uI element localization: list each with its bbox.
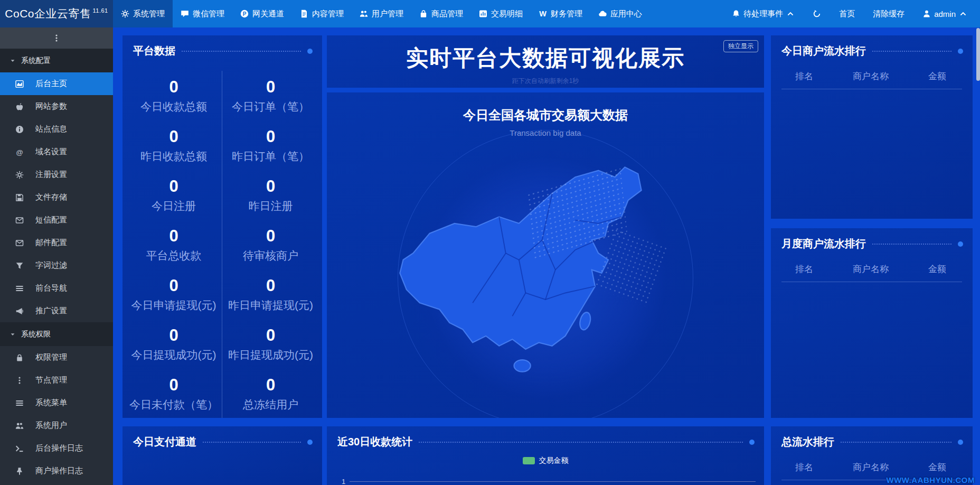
gear-icon	[15, 171, 24, 179]
sidebar-item-site-info[interactable]: 站点信息	[0, 118, 113, 141]
sidebar-item-label: 邮件配置	[35, 238, 67, 248]
nav-label: 微信管理	[193, 9, 224, 19]
col-rank: 排名	[795, 263, 813, 275]
gear-icon	[121, 10, 129, 18]
refresh-countdown: 距下次自动刷新剩余1秒	[327, 77, 764, 86]
sidebar-item-label: 文件存储	[35, 192, 67, 202]
stat-label: 待审核商户	[243, 248, 298, 263]
stat-yesterday-withdraw-success: 0昨日提现成功(元)	[222, 319, 319, 369]
map-subtitle: Transaction big data	[327, 128, 764, 137]
nav-app-center[interactable]: 应用中心	[590, 0, 650, 27]
filter-icon	[15, 262, 24, 270]
stat-today-withdraw-success: 0今日提现成功(元)	[126, 319, 222, 369]
stat-value: 0	[169, 276, 178, 295]
sidebar-item-site-params[interactable]: 网站参数	[0, 95, 113, 118]
sidebar-section-system-permissions[interactable]: 系统权限	[0, 322, 113, 346]
sidebar-item-file-storage[interactable]: 文件存储	[0, 186, 113, 209]
platform-data-panel: 平台数据 0今日收款总额 0今日订单（笔） 0昨日收款总额 0昨日订单（笔） 0…	[123, 35, 322, 418]
wechat-icon	[181, 10, 189, 18]
section-title: 系统配置	[21, 56, 51, 66]
refresh-button[interactable]	[813, 10, 821, 18]
sidebar-item-word-filter[interactable]: 字词过滤	[0, 254, 113, 277]
sidebar-item-promo-settings[interactable]: 推广设置	[0, 300, 113, 322]
nav-transaction-detail[interactable]: 交易明细	[471, 0, 531, 27]
sidebar-item-sms-config[interactable]: 短信配置	[0, 209, 113, 231]
user-dropdown[interactable]: admin	[922, 10, 967, 18]
panel-title-row: 总流水排行	[771, 426, 973, 454]
sidebar-item-domain-settings[interactable]: 域名设置	[0, 141, 113, 163]
megaphone-icon	[15, 307, 24, 315]
sidebar-item-merchant-logs[interactable]: 商户操作日志	[0, 460, 113, 482]
sidebar-item-permission-management[interactable]: 权限管理	[0, 346, 113, 369]
dotted-line	[872, 244, 951, 245]
sidebar-item-register-settings[interactable]: 注册设置	[0, 163, 113, 186]
home-link[interactable]: 首页	[839, 9, 855, 19]
sidebar-item-system-menu[interactable]: 系统菜单	[0, 391, 113, 414]
users-icon	[15, 422, 24, 430]
standalone-display-button[interactable]: 独立显示	[723, 40, 758, 52]
nav-gateway-channel[interactable]: 网关通道	[232, 0, 292, 27]
dot-accent	[958, 49, 963, 54]
sidebar-item-front-nav[interactable]: 前台导航	[0, 277, 113, 300]
nav-label: 系统管理	[133, 9, 165, 19]
panel-title: 总流水排行	[781, 435, 834, 449]
sidebar-item-backend-home[interactable]: 后台主页	[0, 72, 113, 95]
panel-title: 近30日收款统计	[337, 435, 412, 449]
clear-cache-button[interactable]: 清除缓存	[873, 9, 904, 19]
envelope-icon	[15, 216, 24, 225]
stat-today-register: 0今日注册	[126, 170, 222, 220]
income-30d-chart-panel: 近30日收款统计 交易金额 1	[327, 426, 764, 485]
stat-value: 0	[266, 326, 275, 345]
chart-legend[interactable]: 交易金额	[327, 456, 764, 465]
sidebar-section-system-config[interactable]: 系统配置	[0, 49, 113, 72]
stat-today-withdraw-request: 0今日申请提现(元)	[126, 269, 222, 319]
nav-label: 财务管理	[551, 9, 582, 19]
panel-title-row: 今日商户流水排行	[771, 35, 973, 63]
sidebar-item-label: 商户操作日志	[35, 466, 83, 476]
dot-accent	[958, 440, 963, 445]
sidebar-item-email-config[interactable]: 邮件配置	[0, 231, 113, 254]
dot-accent	[307, 49, 313, 54]
sidebar: 系统配置 后台主页 网站参数 站点信息 域名设置 注册设置 文件存储 短信配置	[0, 27, 113, 485]
vertical-dots-icon	[15, 376, 24, 385]
stat-label: 昨日提现成功(元)	[228, 348, 313, 362]
sidebar-item-system-users[interactable]: 系统用户	[0, 414, 113, 437]
nav-label: 应用中心	[610, 9, 642, 19]
sidebar-item-label: 系统用户	[35, 421, 67, 431]
pending-events-dropdown[interactable]: 待处理事件	[732, 9, 795, 19]
envelope-icon	[15, 239, 24, 247]
section-title: 系统权限	[21, 330, 51, 339]
chevron-up-icon	[959, 10, 967, 18]
panel-title-row: 平台数据	[123, 35, 322, 63]
sidebar-item-label: 字词过滤	[35, 260, 67, 271]
sidebar-item-backend-logs[interactable]: 后台操作日志	[0, 437, 113, 460]
list-icon	[15, 284, 24, 293]
nav-label: 用户管理	[372, 9, 403, 19]
stat-label: 今日收款总额	[140, 99, 207, 114]
payment-channel-panel: 今日支付通道	[123, 426, 322, 485]
nav-user-management[interactable]: 用户管理	[352, 0, 411, 27]
nav-system-management[interactable]: 系统管理	[113, 0, 173, 27]
panel-title-row: 近30日收款统计	[327, 426, 764, 454]
scrollbar-thumb[interactable]	[976, 28, 980, 81]
nav-wechat-management[interactable]: 微信管理	[173, 0, 232, 27]
nav-product-management[interactable]: 商品管理	[411, 0, 471, 27]
stat-value: 0	[266, 376, 275, 395]
nav-finance-management[interactable]: 财务管理	[531, 0, 590, 27]
stat-value: 0	[266, 78, 275, 97]
stat-platform-total: 0平台总收款	[126, 220, 222, 269]
today-merchant-rank-panel: 今日商户流水排行 排名 商户名称 金额	[771, 35, 973, 219]
panel-title: 今日支付通道	[133, 435, 196, 449]
stat-yesterday-orders: 0昨日订单（笔）	[222, 120, 319, 170]
nav-content-management[interactable]: 内容管理	[292, 0, 352, 27]
sidebar-collapse-toggle[interactable]	[0, 27, 113, 49]
sidebar-item-node-management[interactable]: 节点管理	[0, 369, 113, 391]
sidebar-item-label: 后台主页	[35, 79, 67, 89]
sidebar-item-label: 权限管理	[35, 352, 67, 362]
chevron-down-icon	[10, 58, 15, 63]
stat-value: 0	[266, 127, 275, 146]
stat-label: 昨日收款总额	[140, 149, 207, 164]
monthly-merchant-rank-panel: 月度商户流水排行 排名 商户名称 金额	[771, 228, 973, 418]
rank-table-header: 排名 商户名称 金额	[771, 63, 973, 89]
gateway-p-icon	[240, 10, 249, 18]
